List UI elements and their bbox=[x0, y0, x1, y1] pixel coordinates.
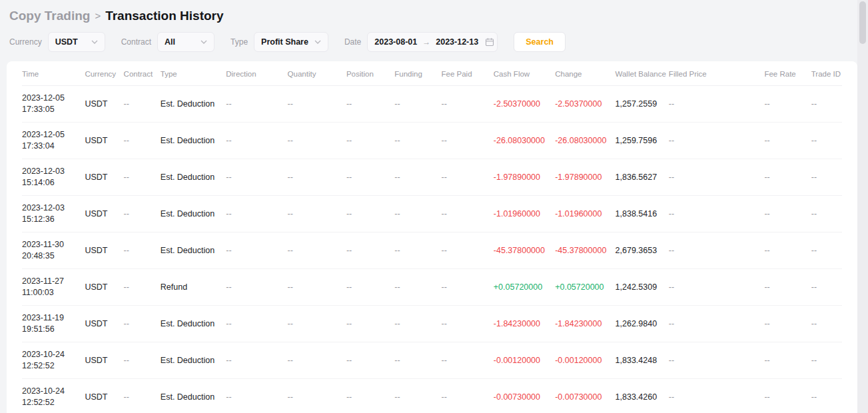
table-row: 2023-11-19 19:51:56 USDT -- Est. Deducti… bbox=[22, 306, 842, 342]
column-header-position: Position bbox=[346, 61, 394, 86]
cell-fee-rate: -- bbox=[764, 342, 811, 379]
cell-change: -2.50370000 bbox=[555, 86, 615, 123]
transactions-table: TimeCurrencyContractTypeDirectionQuantit… bbox=[22, 61, 842, 413]
cell-fee-rate: -- bbox=[764, 159, 811, 196]
cell-position: -- bbox=[346, 269, 394, 306]
cell-change: -26.08030000 bbox=[555, 123, 615, 159]
transactions-table-card: TimeCurrencyContractTypeDirectionQuantit… bbox=[7, 61, 857, 413]
cell-quantity: -- bbox=[288, 269, 346, 306]
cell-contract: -- bbox=[124, 196, 161, 232]
cell-fee-paid: -- bbox=[442, 306, 494, 342]
cell-cash-flow: -1.01960000 bbox=[494, 196, 555, 232]
cell-direction: -- bbox=[226, 232, 287, 269]
table-row: 2023-12-05 17:33:04 USDT -- Est. Deducti… bbox=[22, 123, 842, 159]
cell-time-group: 2023-10-24 12:52:52 bbox=[22, 379, 85, 413]
cell-fee-paid: -- bbox=[442, 342, 494, 379]
date-end-value[interactable]: 2023-12-13 bbox=[436, 37, 478, 47]
cell-currency: USDT bbox=[85, 159, 123, 196]
cell-quantity: -- bbox=[288, 196, 346, 232]
cell-quantity: -- bbox=[288, 123, 346, 159]
cell-filled-price: -- bbox=[669, 123, 765, 159]
cell-date: 2023-11-30 bbox=[22, 239, 82, 250]
type-filter-label: Type bbox=[230, 37, 248, 47]
breadcrumb-copy-trading[interactable]: Copy Trading bbox=[9, 9, 90, 23]
type-select[interactable]: Profit Share bbox=[254, 32, 328, 52]
cell-fee-rate: -- bbox=[764, 123, 811, 159]
cell-date: 2023-12-03 bbox=[22, 166, 82, 177]
cell-time: 11:00:03 bbox=[22, 287, 82, 298]
cell-filled-price: -- bbox=[669, 232, 765, 269]
cell-cash-flow: -1.84230000 bbox=[494, 306, 555, 342]
cell-quantity: -- bbox=[288, 86, 346, 123]
column-header-fee-paid: Fee Paid bbox=[442, 61, 494, 86]
cell-date: 2023-11-19 bbox=[22, 312, 82, 324]
contract-select[interactable]: All bbox=[157, 32, 215, 52]
cell-funding: -- bbox=[394, 269, 441, 306]
cell-position: -- bbox=[346, 306, 394, 342]
date-start-value[interactable]: 2023-08-01 bbox=[374, 37, 417, 47]
cell-trade-id: -- bbox=[811, 306, 842, 342]
cell-change: +0.05720000 bbox=[555, 269, 615, 306]
table-row: 2023-11-27 11:00:03 USDT -- Refund -- --… bbox=[22, 269, 842, 306]
cell-time-group: 2023-12-03 15:14:06 bbox=[22, 159, 85, 196]
cell-time-group: 2023-10-24 12:52:52 bbox=[22, 342, 85, 379]
table-row: 2023-10-24 12:52:52 USDT -- Est. Deducti… bbox=[22, 379, 842, 413]
cell-fee-paid: -- bbox=[442, 123, 494, 159]
cell-trade-id: -- bbox=[811, 269, 842, 306]
cell-time: 12:52:52 bbox=[22, 397, 82, 408]
contract-filter-label: Contract bbox=[121, 37, 151, 47]
cell-quantity: -- bbox=[288, 342, 346, 379]
cell-type: Est. Deduction bbox=[161, 379, 226, 413]
column-header-direction: Direction bbox=[226, 61, 287, 86]
cell-position: -- bbox=[346, 232, 394, 269]
cell-contract: -- bbox=[124, 123, 161, 159]
cell-wallet-balance: 1,259.7596 bbox=[616, 123, 669, 159]
currency-select[interactable]: USDT bbox=[48, 32, 105, 52]
cell-wallet-balance: 1,257.2559 bbox=[616, 86, 669, 123]
cell-cash-flow: -0.00730000 bbox=[494, 379, 555, 413]
cell-contract: -- bbox=[124, 159, 161, 196]
cell-filled-price: -- bbox=[669, 196, 765, 232]
date-range-picker[interactable]: 2023-08-01 → 2023-12-13 bbox=[367, 32, 498, 52]
arrow-right-icon: → bbox=[422, 37, 430, 47]
currency-filter-label: Currency bbox=[9, 37, 42, 47]
cell-direction: -- bbox=[226, 306, 287, 342]
cell-funding: -- bbox=[394, 232, 441, 269]
chevron-down-icon bbox=[91, 40, 98, 44]
column-header-filled-price: Filled Price bbox=[669, 61, 765, 86]
cell-filled-price: -- bbox=[669, 379, 765, 413]
cell-change: -0.00120000 bbox=[555, 342, 615, 379]
transaction-history-page: Copy Trading>Transaction History Currenc… bbox=[0, 0, 868, 413]
scrollbar-thumb[interactable] bbox=[859, 1, 866, 44]
calendar-icon[interactable] bbox=[485, 37, 494, 47]
date-filter-group: Date 2023-08-01 → 2023-12-13 bbox=[344, 32, 498, 52]
cell-type: Est. Deduction bbox=[161, 86, 226, 123]
page-title: Transaction History bbox=[105, 9, 223, 23]
cell-wallet-balance: 1,262.9840 bbox=[616, 306, 669, 342]
column-header-contract: Contract bbox=[124, 61, 161, 86]
cell-wallet-balance: 1,836.5627 bbox=[616, 159, 669, 196]
cell-fee-rate: -- bbox=[764, 269, 811, 306]
scrollbar-track[interactable] bbox=[857, 0, 868, 413]
currency-select-value: USDT bbox=[55, 37, 78, 47]
cell-date: 2023-12-05 bbox=[22, 129, 82, 141]
cell-funding: -- bbox=[394, 342, 441, 379]
cell-contract: -- bbox=[124, 269, 161, 306]
cell-fee-paid: -- bbox=[442, 159, 494, 196]
cell-contract: -- bbox=[124, 379, 161, 413]
cell-time: 15:14:06 bbox=[22, 177, 82, 189]
cell-time-group: 2023-11-30 20:48:35 bbox=[22, 232, 85, 269]
column-header-quantity: Quantity bbox=[288, 61, 346, 86]
cell-funding: -- bbox=[394, 306, 441, 342]
cell-fee-paid: -- bbox=[442, 232, 494, 269]
cell-change: -1.97890000 bbox=[555, 159, 615, 196]
cell-currency: USDT bbox=[85, 123, 123, 159]
cell-position: -- bbox=[346, 196, 394, 232]
cell-time: 15:12:36 bbox=[22, 214, 82, 225]
cell-position: -- bbox=[346, 123, 394, 159]
contract-select-value: All bbox=[165, 37, 175, 47]
search-button[interactable]: Search bbox=[514, 32, 566, 52]
cell-filled-price: -- bbox=[669, 86, 765, 123]
cell-trade-id: -- bbox=[811, 159, 842, 196]
cell-position: -- bbox=[346, 86, 394, 123]
